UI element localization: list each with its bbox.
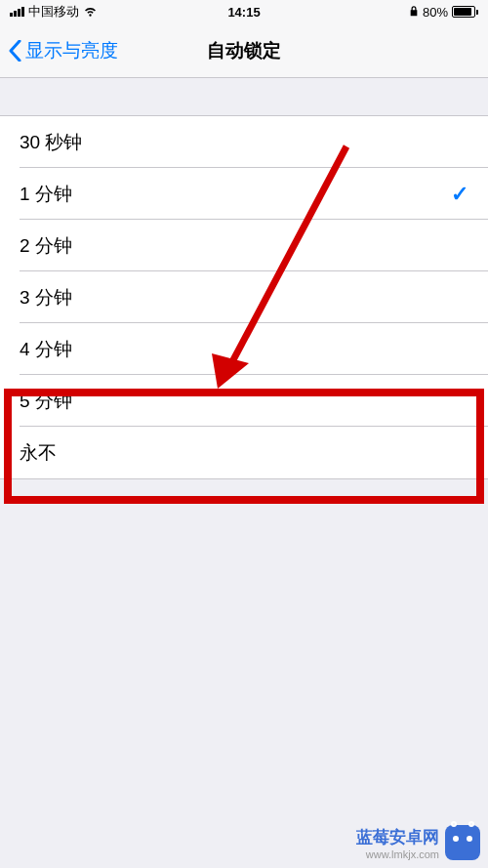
status-right: 80% (409, 5, 478, 20)
option-label: 2 分钟 (20, 233, 72, 259)
option-label: 1 分钟 (20, 182, 72, 207)
option-label: 永不 (20, 440, 57, 466)
wifi-icon (83, 7, 98, 18)
nav-bar: 显示与亮度 自动锁定 (0, 23, 488, 78)
option-item[interactable]: 30 秒钟 (0, 116, 488, 168)
option-label: 3 分钟 (20, 285, 72, 310)
status-bar: 中国移动 14:15 80% (0, 0, 488, 23)
page-title: 自动锁定 (207, 38, 281, 63)
back-label: 显示与亮度 (25, 38, 118, 63)
checkmark-icon: ✓ (451, 182, 468, 207)
status-time: 14:15 (227, 5, 260, 20)
option-item[interactable]: 4 分钟 (0, 323, 488, 375)
watermark-url: www.lmkjx.com (356, 848, 439, 860)
back-button[interactable]: 显示与亮度 (0, 38, 118, 63)
watermark-title: 蓝莓安卓网 (356, 826, 439, 848)
option-label: 30 秒钟 (20, 130, 82, 155)
section-spacer (0, 78, 488, 115)
status-left: 中国移动 (10, 3, 98, 21)
option-item[interactable]: 3 分钟 (0, 271, 488, 323)
rotation-lock-icon (409, 6, 419, 18)
signal-icon (10, 7, 24, 17)
carrier-label: 中国移动 (28, 3, 79, 21)
chevron-left-icon (8, 40, 21, 62)
option-label: 5 分钟 (20, 389, 72, 414)
option-item[interactable]: 5 分钟 (0, 375, 488, 427)
option-item[interactable]: 2 分钟 (0, 220, 488, 271)
option-label: 4 分钟 (20, 337, 72, 362)
battery-percent: 80% (423, 5, 448, 20)
watermark-logo-icon (445, 825, 480, 860)
option-item[interactable]: 永不 (0, 427, 488, 478)
options-list: 30 秒钟1 分钟✓2 分钟3 分钟4 分钟5 分钟永不 (0, 115, 488, 479)
watermark: 蓝莓安卓网 www.lmkjx.com (356, 825, 480, 860)
battery-icon (452, 6, 478, 18)
option-item[interactable]: 1 分钟✓ (0, 168, 488, 220)
